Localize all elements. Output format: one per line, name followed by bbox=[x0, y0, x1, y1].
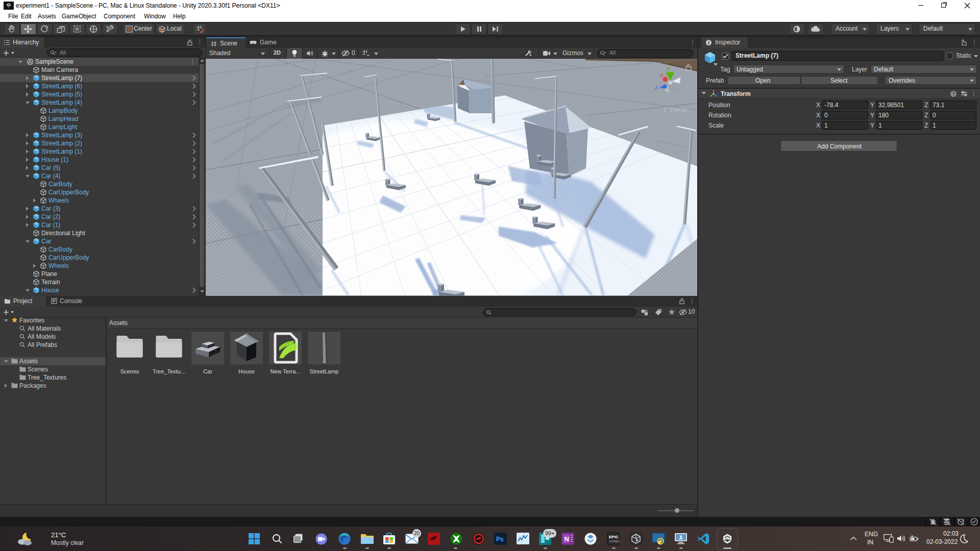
svg-text:EPIC: EPIC bbox=[609, 535, 619, 539]
svg-text:N: N bbox=[565, 535, 569, 543]
svg-text:Ps: Ps bbox=[496, 536, 504, 543]
svg-text:❬ Persp: ❬ Persp bbox=[663, 106, 687, 114]
svg-text:z: z bbox=[655, 84, 657, 90]
svg-text:?: ? bbox=[952, 91, 955, 96]
svg-text:y: y bbox=[667, 65, 670, 71]
svg-text:GAMES: GAMES bbox=[609, 540, 620, 543]
svg-text:x: x bbox=[660, 72, 663, 78]
